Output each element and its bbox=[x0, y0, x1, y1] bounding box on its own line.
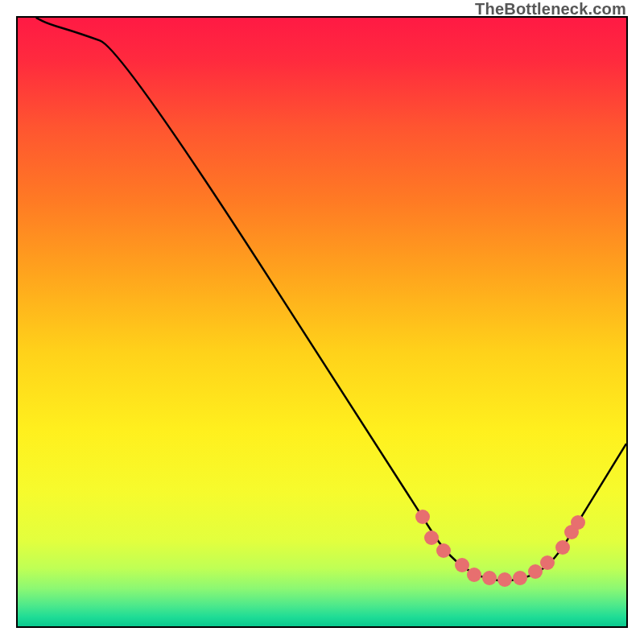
optimal-dot bbox=[528, 564, 543, 579]
optimal-dot bbox=[415, 510, 430, 524]
optimal-dot bbox=[436, 543, 451, 558]
bottleneck-curve bbox=[36, 18, 626, 580]
optimal-dot bbox=[555, 540, 570, 555]
optimal-dot bbox=[467, 568, 481, 582]
optimal-dot bbox=[571, 515, 585, 530]
optimal-dot bbox=[482, 571, 497, 585]
curve-layer bbox=[18, 18, 626, 626]
optimal-dot bbox=[424, 530, 439, 545]
optimal-dot bbox=[513, 571, 527, 585]
chart-container: TheBottleneck.com bbox=[0, 0, 644, 644]
optimal-dot bbox=[497, 572, 512, 587]
plot-area bbox=[16, 16, 628, 628]
optimal-dot bbox=[540, 555, 555, 570]
